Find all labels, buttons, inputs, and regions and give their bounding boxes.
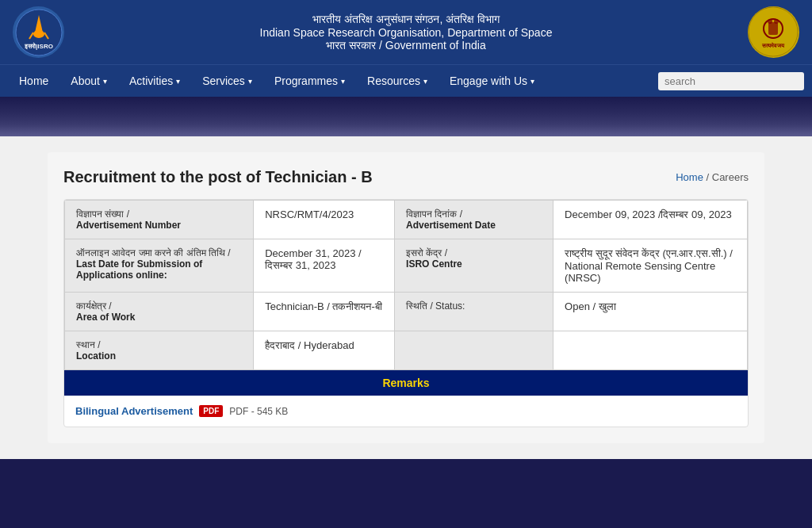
label-area-work: कार्यक्षेत्र / Area of Work xyxy=(65,293,254,331)
svg-rect-9 xyxy=(768,22,778,35)
nav-home[interactable]: Home xyxy=(8,65,59,97)
value-empty xyxy=(553,331,748,370)
header-main-title: Indian Space Research Organisation, Depa… xyxy=(64,26,748,39)
pdf-icon: PDF xyxy=(199,405,223,417)
nav-activities[interactable]: Activities ▾ xyxy=(118,65,191,97)
table-row: विज्ञापन संख्या / Advertisement Number N… xyxy=(65,201,748,239)
svg-text:इसरो|ISRO: इसरो|ISRO xyxy=(24,42,53,50)
page-title: Recruitment to the post of Technician - … xyxy=(63,168,373,186)
value-location: हैदराबाद / Hyderabad xyxy=(254,331,395,370)
breadcrumb-current: Careers xyxy=(712,171,749,183)
table-row: स्थान / Location हैदराबाद / Hyderabad xyxy=(65,331,748,370)
label-last-date: ऑनलाइन आवेदन जमा करने की अंतिम तिथि / La… xyxy=(65,239,254,293)
label-ad-date: विज्ञापन दिनांक / Advertisement Date xyxy=(395,201,553,239)
value-ad-date: December 09, 2023 /दिसम्बर 09, 2023 xyxy=(553,201,748,239)
header-subtitle: भारत सरकार / Government of India xyxy=(64,39,748,52)
remarks-bar: Remarks xyxy=(64,370,748,396)
svg-point-2 xyxy=(33,30,44,38)
services-chevron: ▾ xyxy=(248,77,252,86)
content-area: Recruitment to the post of Technician - … xyxy=(48,152,764,443)
bilingual-advertisement-link[interactable]: Bilingual Advertisement xyxy=(75,405,193,417)
header-hindi-title: भारतीय अंतरिक्ष अनुसंधान संगठन, अंतरिक्ष… xyxy=(64,13,748,26)
breadcrumb: Home / Careers xyxy=(676,171,749,183)
nav-programmes[interactable]: Programmes ▾ xyxy=(263,65,356,97)
svg-point-10 xyxy=(768,19,772,24)
breadcrumb-home[interactable]: Home xyxy=(676,171,703,183)
label-status: स्थिति / Status: xyxy=(395,293,553,331)
recruitment-card: विज्ञापन संख्या / Advertisement Number N… xyxy=(63,199,749,427)
table-row: ऑनलाइन आवेदन जमा करने की अंतिम तिथि / La… xyxy=(65,239,748,293)
nav-engage[interactable]: Engage with Us ▾ xyxy=(439,65,546,97)
page-title-bar: Recruitment to the post of Technician - … xyxy=(63,168,749,186)
search-input[interactable] xyxy=(658,72,804,90)
svg-text:सत्यमेव जय: सत्यमेव जय xyxy=(761,42,786,48)
label-ad-number: विज्ञापन संख्या / Advertisement Number xyxy=(65,201,254,239)
attachment-row: Bilingual Advertisement PDF PDF - 545 KB xyxy=(64,396,748,427)
value-isro-centre: राष्ट्रीय सुदूर संवेदन केंद्र (एन.आर.एस.… xyxy=(553,239,748,293)
info-table: विज्ञापन संख्या / Advertisement Number N… xyxy=(64,200,748,370)
nav-resources[interactable]: Resources ▾ xyxy=(356,65,439,97)
value-ad-number: NRSC/RMT/4/2023 xyxy=(254,201,395,239)
label-location: स्थान / Location xyxy=(65,331,254,370)
value-status: Open / खुला xyxy=(553,293,748,331)
label-isro-centre: इसरो केंद्र / ISRO Centre xyxy=(395,239,553,293)
svg-point-11 xyxy=(774,19,779,24)
emblem-logo: सत्यमेव जय xyxy=(748,6,799,58)
resources-chevron: ▾ xyxy=(423,77,427,86)
programmes-chevron: ▾ xyxy=(341,77,345,86)
value-last-date: December 31, 2023 / दिसम्बर 31, 2023 xyxy=(254,239,395,293)
file-size-label: PDF - 545 KB xyxy=(229,406,288,417)
isro-logo: इसरो|ISRO xyxy=(13,6,64,58)
table-row: कार्यक्षेत्र / Area of Work Technician-B… xyxy=(65,293,748,331)
main-navbar: Home About ▾ Activities ▾ Services ▾ Pro… xyxy=(0,64,812,97)
activities-chevron: ▾ xyxy=(176,77,180,86)
nav-about[interactable]: About ▾ xyxy=(59,65,118,97)
about-chevron: ▾ xyxy=(103,77,107,86)
engage-chevron: ▾ xyxy=(530,77,534,86)
value-area-work: Technician-B / तकनीशयन-बी xyxy=(254,293,395,331)
label-empty xyxy=(395,331,553,370)
nav-services[interactable]: Services ▾ xyxy=(191,65,263,97)
breadcrumb-separator: / xyxy=(707,171,712,183)
space-background xyxy=(0,97,812,136)
